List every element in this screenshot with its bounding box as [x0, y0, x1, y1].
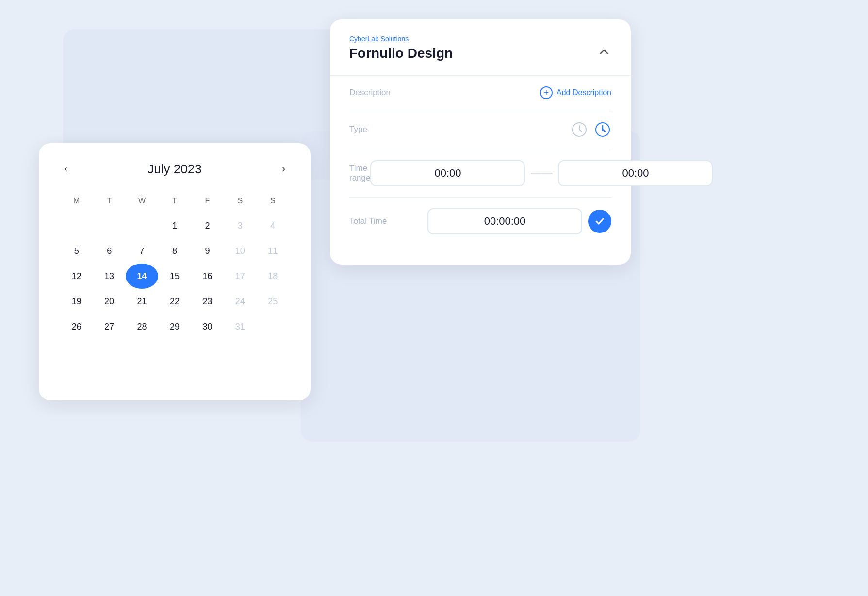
clock-filled-icon[interactable]	[594, 121, 611, 138]
calendar-day	[257, 314, 289, 339]
confirm-button[interactable]	[588, 210, 611, 233]
calendar-day[interactable]: 31	[224, 314, 256, 339]
total-time-label: Total Time	[349, 216, 387, 226]
calendar-grid: MTWTFSS 12345678910111213141516171819202…	[60, 193, 289, 339]
description-label: Description	[349, 88, 391, 98]
calendar-day[interactable]: 8	[158, 238, 191, 264]
calendar-day[interactable]: 5	[60, 238, 93, 264]
calendar-day	[60, 213, 93, 238]
calendar-day[interactable]: 13	[93, 264, 125, 289]
calendar-day	[93, 213, 125, 238]
calendar-day[interactable]: 7	[126, 238, 158, 264]
calendar-day[interactable]: 28	[126, 314, 158, 339]
tracker-header-row: Fornulio Design	[349, 45, 611, 62]
calendar-day[interactable]: 20	[93, 289, 125, 314]
tracker-card: CyberLab Solutions Fornulio Design Descr…	[330, 19, 631, 265]
time-end-input[interactable]	[558, 160, 713, 186]
calendar-day[interactable]: 14	[126, 264, 158, 289]
add-description-button[interactable]: + Add Description	[540, 86, 611, 99]
total-time-row-right	[427, 208, 611, 234]
calendar-day[interactable]: 2	[191, 213, 224, 238]
calendar-day[interactable]: 12	[60, 264, 93, 289]
calendar-day[interactable]: 9	[191, 238, 224, 264]
next-month-button[interactable]: ›	[278, 161, 289, 177]
calendar-day[interactable]: 23	[191, 289, 224, 314]
prev-month-button[interactable]: ‹	[60, 161, 71, 177]
total-time-input[interactable]	[427, 208, 582, 234]
clock-outline-icon[interactable]	[571, 121, 588, 138]
tracker-title: Fornulio Design	[349, 46, 453, 61]
calendar-day[interactable]: 30	[191, 314, 224, 339]
calendar-day[interactable]: 27	[93, 314, 125, 339]
time-dash: ——	[531, 167, 552, 180]
calendar-day[interactable]: 1	[158, 213, 191, 238]
calendar-card: ‹ July 2023 › MTWTFSS 123456789101112131…	[39, 143, 311, 400]
time-range-row: Time range ——	[349, 149, 611, 198]
calendar-day[interactable]: 6	[93, 238, 125, 264]
calendar-day[interactable]: 24	[224, 289, 256, 314]
calendar-month-title: July 2023	[147, 162, 201, 177]
calendar-day[interactable]: 29	[158, 314, 191, 339]
time-range-row-right: ——	[370, 160, 713, 186]
calendar-day[interactable]: 22	[158, 289, 191, 314]
checkmark-icon	[594, 216, 605, 227]
calendar-day[interactable]: 3	[224, 213, 256, 238]
weekday-header: S	[257, 193, 289, 213]
calendar-day[interactable]: 15	[158, 264, 191, 289]
calendar-day[interactable]: 16	[191, 264, 224, 289]
total-time-row: Total Time	[349, 198, 611, 245]
weekday-header: T	[93, 193, 125, 213]
calendar-day[interactable]: 26	[60, 314, 93, 339]
calendar-day	[126, 213, 158, 238]
calendar-day[interactable]: 21	[126, 289, 158, 314]
type-row: Type	[349, 110, 611, 149]
time-range-label: Time range	[349, 164, 370, 183]
calendar-day[interactable]: 19	[60, 289, 93, 314]
tracker-company: CyberLab Solutions	[349, 35, 611, 43]
calendar-day[interactable]: 10	[224, 238, 256, 264]
weekday-header: F	[191, 193, 224, 213]
time-start-input[interactable]	[370, 160, 525, 186]
svg-point-2	[602, 129, 604, 131]
calendar-day[interactable]: 25	[257, 289, 289, 314]
calendar-day[interactable]: 11	[257, 238, 289, 264]
plus-circle-icon: +	[540, 86, 553, 99]
description-row: Description + Add Description	[349, 76, 611, 110]
type-label: Type	[349, 125, 367, 134]
add-description-label: Add Description	[557, 88, 611, 97]
weekday-header: T	[158, 193, 191, 213]
type-row-right	[571, 121, 611, 138]
calendar-day[interactable]: 18	[257, 264, 289, 289]
calendar-header: ‹ July 2023 ›	[60, 161, 289, 177]
calendar-day[interactable]: 4	[257, 213, 289, 238]
description-row-right: + Add Description	[540, 86, 611, 99]
calendar-day[interactable]: 17	[224, 264, 256, 289]
collapse-button[interactable]	[597, 45, 611, 62]
weekday-header: S	[224, 193, 256, 213]
weekday-header: M	[60, 193, 93, 213]
weekday-header: W	[126, 193, 158, 213]
